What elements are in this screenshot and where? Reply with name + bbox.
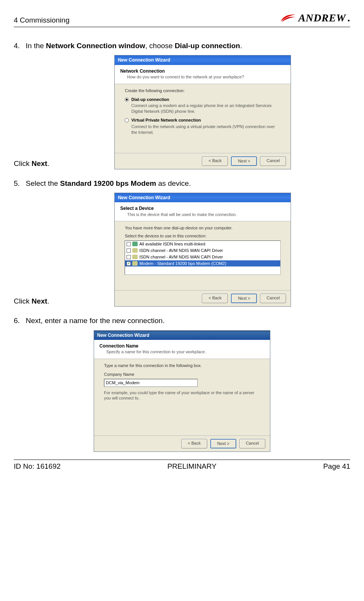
- dialog-network-connection: New Connection Wizard Network Connection…: [114, 55, 291, 169]
- list-item[interactable]: ISDN channel - AVM NDIS WAN CAPI Driver: [125, 254, 280, 260]
- step-text: Next, enter a name for the new connectio…: [26, 317, 164, 325]
- titlebar: New Connection Wizard: [115, 193, 291, 202]
- body-line: Type a name for this connection in the f…: [104, 363, 260, 369]
- t: .: [240, 42, 242, 50]
- option-desc: Connect to the network using a virtual p…: [131, 124, 281, 135]
- click-next-4: Click Next.: [14, 159, 49, 169]
- t: In the: [26, 42, 46, 50]
- t-bold: Network Connection window: [46, 42, 145, 50]
- brand-name: ANDREW: [298, 11, 346, 25]
- brand-logo: ANDREW.: [280, 11, 350, 25]
- back-button[interactable]: < Back: [181, 439, 207, 448]
- titlebar: New Connection Wizard: [115, 55, 291, 65]
- list-item[interactable]: All available ISDN lines multi-linked: [125, 241, 280, 247]
- dialog-footer: < Back Next > Cancel: [115, 153, 291, 169]
- next-button[interactable]: Next >: [210, 439, 236, 448]
- titlebar: New Connection Wizard: [94, 331, 270, 340]
- t-bold: Next: [31, 159, 47, 167]
- next-button[interactable]: Next >: [231, 294, 257, 303]
- field-label: Company Name: [104, 372, 260, 377]
- step-number: 4.: [14, 41, 24, 51]
- item-label: Modem - Standard 19200 bps Modem (COM2): [139, 261, 226, 266]
- option-label: Dial-up connection: [131, 97, 169, 102]
- checkbox-icon: [127, 255, 131, 259]
- step-text: Select the Standard 19200 bps Modem as d…: [26, 179, 191, 187]
- dialog-subtitle: How do you want to connect to the networ…: [127, 74, 285, 80]
- dialog-body: Type a name for this connection in the f…: [94, 359, 270, 435]
- option-label: Virtual Private Network connection: [131, 117, 201, 123]
- dialog-header: Connection Name Specify a name for this …: [94, 340, 270, 359]
- dialog-subtitle: Specify a name for this connection to yo…: [106, 349, 265, 355]
- click-next-5: Click Next.: [14, 296, 49, 306]
- option-desc: Connect using a modem and a regular phon…: [131, 103, 281, 114]
- step-number: 5.: [14, 179, 24, 188]
- dialog-title: New Connection Wizard: [97, 332, 150, 338]
- cancel-button[interactable]: Cancel: [239, 439, 265, 448]
- t: Select the: [26, 179, 60, 187]
- t-bold: Standard 19200 bps Modem: [60, 179, 156, 187]
- dialog-select-device: New Connection Wizard Select a Device Th…: [114, 193, 291, 307]
- doc-status: PRELIMINARY: [167, 461, 216, 471]
- dialog-heading: Select a Device: [120, 206, 153, 211]
- step-text: In the Network Connection window, choose…: [26, 42, 242, 50]
- dialog-heading: Network Connection: [120, 68, 165, 74]
- t: Click: [14, 297, 31, 305]
- checkbox-icon: [127, 262, 131, 266]
- t: , choose: [145, 42, 175, 50]
- device-listbox[interactable]: All available ISDN lines multi-linked IS…: [125, 240, 281, 275]
- step-6: 6. Next, enter a name for the new connec…: [14, 316, 350, 452]
- dialog-header: Network Connection How do you want to co…: [115, 65, 291, 84]
- dialog-body: Create the following connection: Dial-up…: [115, 84, 291, 153]
- dialog-heading: Connection Name: [99, 343, 138, 349]
- radio-vpn[interactable]: Virtual Private Network connection: [125, 117, 281, 123]
- dialog-header: Select a Device This is the device that …: [115, 202, 291, 221]
- cancel-button[interactable]: Cancel: [260, 156, 286, 166]
- create-label: Create the following connection:: [125, 88, 281, 94]
- page-header: 4 Commissioning ANDREW.: [14, 11, 350, 27]
- t: Click: [14, 159, 31, 167]
- list-item-selected[interactable]: Modem - Standard 19200 bps Modem (COM2): [125, 260, 280, 267]
- step-5: 5. Select the Standard 19200 bps Modem a…: [14, 179, 350, 309]
- cancel-button[interactable]: Cancel: [260, 294, 286, 303]
- item-label: All available ISDN lines multi-linked: [139, 241, 205, 247]
- step-number: 6.: [14, 316, 24, 326]
- t-bold: Dial-up connection: [175, 42, 240, 50]
- radio-icon: [125, 118, 129, 122]
- company-name-input[interactable]: DCM_via_Modem: [104, 379, 198, 387]
- dialog-body: You have more than one dial-up device on…: [115, 221, 291, 290]
- dialog-footer: < Back Next > Cancel: [94, 435, 270, 452]
- body-line: You have more than one dial-up device on…: [125, 225, 281, 231]
- device-icon: [132, 255, 138, 259]
- brand-dot: .: [348, 11, 351, 25]
- doc-id: ID No: 161692: [14, 461, 61, 471]
- step-4: 4. In the Network Connection window, cho…: [14, 41, 350, 171]
- dialog-footer: < Back Next > Cancel: [115, 290, 291, 306]
- list-item[interactable]: ISDN channel - AVM NDIS WAN CAPI Driver: [125, 247, 280, 254]
- device-icon: [132, 248, 138, 253]
- radio-icon: [125, 97, 129, 102]
- device-icon: [132, 261, 138, 266]
- t: Next, enter a name for the new connectio…: [26, 317, 164, 325]
- back-button[interactable]: < Back: [202, 156, 228, 166]
- body-line: Select the devices to use in this connec…: [125, 233, 281, 239]
- t: .: [47, 159, 49, 167]
- dialog-title: New Connection Wizard: [118, 195, 170, 201]
- radio-dialup[interactable]: Dial-up connection: [125, 97, 281, 102]
- t: as device.: [156, 179, 191, 187]
- next-button[interactable]: Next >: [231, 156, 257, 166]
- dialog-connection-name: New Connection Wizard Connection Name Sp…: [94, 330, 270, 452]
- page-footer: ID No: 161692 PRELIMINARY Page 41: [14, 460, 350, 471]
- back-button[interactable]: < Back: [202, 294, 228, 303]
- device-icon: [132, 242, 138, 246]
- dialog-title: New Connection Wizard: [118, 57, 170, 63]
- checkbox-icon: [127, 242, 131, 246]
- checkbox-icon: [127, 249, 131, 253]
- field-note: For example, you could type the name of …: [104, 390, 260, 401]
- t-bold: Next: [31, 297, 47, 305]
- swoosh-icon: [280, 13, 297, 23]
- item-label: ISDN channel - AVM NDIS WAN CAPI Driver: [139, 248, 223, 253]
- section-title: 4 Commissioning: [14, 15, 70, 25]
- item-label: ISDN channel - AVM NDIS WAN CAPI Driver: [139, 254, 223, 260]
- dialog-subtitle: This is the device that will be used to …: [127, 212, 285, 218]
- t: .: [47, 297, 49, 305]
